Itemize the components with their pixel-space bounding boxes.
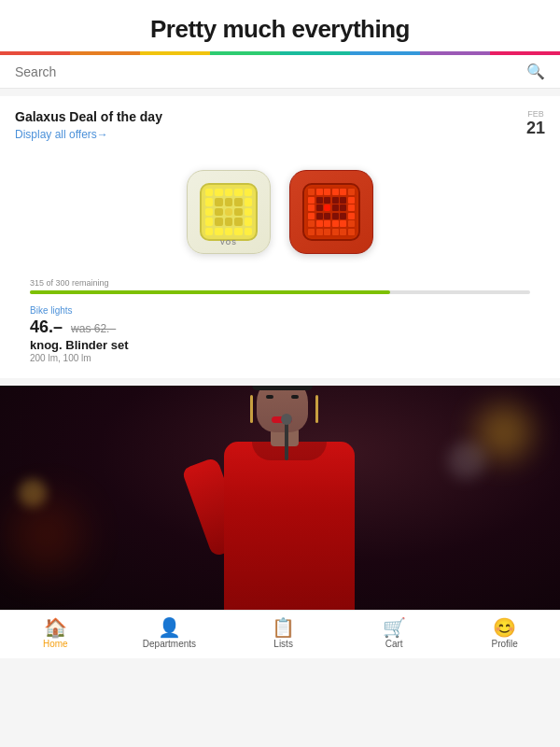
led-cell <box>348 220 355 227</box>
led-cell <box>348 189 355 195</box>
led-cell <box>332 189 339 195</box>
rainbow-segment-5 <box>280 51 350 55</box>
bokeh-light-1 <box>476 404 532 460</box>
deal-section: Galaxus Deal of the day Display all offe… <box>0 96 560 378</box>
nav-item-cart[interactable]: 🛒 Cart <box>371 618 417 649</box>
rainbow-segment-3 <box>140 51 210 55</box>
led-cell <box>316 197 323 204</box>
rainbow-segment-2 <box>70 51 140 55</box>
led-cell <box>234 228 242 235</box>
performer-figure <box>196 404 383 610</box>
led-cell <box>215 198 222 205</box>
led-cell <box>205 218 213 225</box>
bokeh-light-3 <box>9 498 84 572</box>
page-title: Pretty much everything <box>19 15 541 44</box>
lists-icon: 📋 <box>272 618 295 637</box>
led-cell <box>340 213 346 219</box>
led-cell <box>340 204 346 211</box>
led-cell <box>308 213 315 219</box>
product-info: Bike lights 46.– was 62.– knog. Blinder … <box>15 302 545 378</box>
performer-hair <box>252 386 313 390</box>
nav-item-home[interactable]: 🏠 Home <box>32 618 78 649</box>
nav-item-departments[interactable]: 👤 Departments <box>143 618 196 649</box>
front-light-image[interactable]: VOS <box>187 170 271 254</box>
display-all-offers-link[interactable]: Display all offers <box>15 128 108 141</box>
deal-header-left: Galaxus Deal of the day Display all offe… <box>15 109 162 142</box>
led-cell <box>245 189 252 196</box>
led-cell <box>215 189 222 196</box>
product-images: VOS <box>15 142 545 273</box>
led-cell <box>332 220 339 227</box>
cart-icon: 🛒 <box>383 618 406 637</box>
led-cell <box>225 189 232 196</box>
profile-icon: 😊 <box>493 618 516 637</box>
led-cell <box>316 229 323 235</box>
nav-item-profile[interactable]: 😊 Profile <box>482 618 528 649</box>
led-cell <box>308 220 315 227</box>
rainbow-segment-6 <box>350 51 420 55</box>
stock-bar-background <box>30 290 530 294</box>
led-cell <box>324 213 330 219</box>
led-cell <box>245 198 252 205</box>
front-light-label: VOS <box>220 239 237 246</box>
led-cell <box>215 228 222 235</box>
performer-head <box>257 386 308 432</box>
led-cell <box>215 208 222 216</box>
led-cell <box>332 213 339 219</box>
led-cell <box>340 229 346 235</box>
rear-led-grid <box>302 183 360 241</box>
led-cell <box>225 228 232 235</box>
rainbow-segment-8 <box>490 51 560 55</box>
led-cell <box>234 189 242 196</box>
led-cell <box>234 198 242 205</box>
led-cell <box>245 218 252 225</box>
led-cell <box>316 220 323 227</box>
led-cell <box>316 204 323 211</box>
bokeh-light-2 <box>448 442 485 479</box>
header: Pretty much everything <box>0 0 560 51</box>
led-cell <box>348 229 355 235</box>
led-cell <box>308 204 315 211</box>
led-cell <box>324 197 330 204</box>
search-bar: 🔍 <box>0 55 560 89</box>
performer-earring-right <box>315 395 318 423</box>
rainbow-segment-7 <box>420 51 490 55</box>
led-cell <box>205 208 213 216</box>
led-cell <box>308 197 315 204</box>
led-cell <box>205 228 213 235</box>
search-icon[interactable]: 🔍 <box>526 63 545 80</box>
hero-image <box>0 386 560 610</box>
rainbow-segment-4 <box>210 51 280 55</box>
search-input[interactable] <box>15 64 526 79</box>
product-price: 46.– was 62.– <box>30 317 530 337</box>
led-cell <box>348 213 355 219</box>
front-led-grid <box>200 183 258 241</box>
led-cell <box>348 197 355 204</box>
product-name: knog. Blinder set <box>30 338 530 352</box>
departments-icon: 👤 <box>158 618 181 637</box>
bokeh-light-4 <box>19 479 47 507</box>
performer-body <box>224 442 355 610</box>
led-cell <box>225 208 232 216</box>
led-cell <box>234 218 242 225</box>
product-category: Bike lights <box>30 305 530 316</box>
led-cell <box>324 204 330 211</box>
rainbow-segment-1 <box>0 51 70 55</box>
led-cell <box>205 189 213 196</box>
performer-mic <box>285 423 288 460</box>
deal-title: Galaxus Deal of the day <box>15 109 162 124</box>
led-cell <box>324 220 330 227</box>
led-cell <box>316 213 323 219</box>
nav-label-lists: Lists <box>273 639 293 649</box>
led-cell <box>340 197 346 204</box>
stock-text: 315 of 300 remaining <box>30 278 530 288</box>
performer-eye-right <box>291 395 299 399</box>
led-cell <box>245 208 252 216</box>
old-price: was 62.– <box>71 322 116 335</box>
led-cell <box>332 197 339 204</box>
rear-light-image[interactable] <box>289 170 373 254</box>
deal-date-box: FEB 21 <box>526 109 545 136</box>
home-icon: 🏠 <box>44 618 67 637</box>
nav-item-lists[interactable]: 📋 Lists <box>260 618 307 649</box>
nav-label-departments: Departments <box>143 639 196 649</box>
